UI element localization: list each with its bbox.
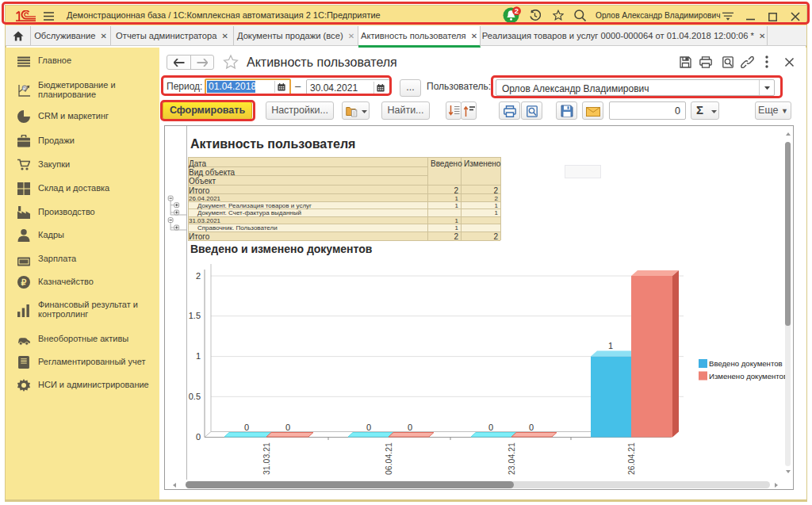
svg-text:0.5: 0.5: [189, 392, 201, 401]
svg-text:Изменено документов: Изменено документов: [709, 372, 787, 381]
svg-text:0: 0: [196, 432, 201, 442]
svg-text:2: 2: [196, 271, 201, 281]
svg-text:31.03.21: 31.03.21: [262, 442, 271, 475]
svg-text:1.5: 1.5: [189, 311, 201, 320]
svg-text:0: 0: [488, 423, 493, 432]
svg-text:₽: ₽: [21, 277, 27, 287]
svg-text:06.04.21: 06.04.21: [384, 442, 393, 475]
svg-text:1: 1: [608, 341, 613, 350]
svg-text:23.04.21: 23.04.21: [507, 442, 516, 475]
svg-text:2: 2: [515, 6, 519, 15]
svg-text:₽: ₽: [23, 86, 27, 91]
svg-text:0: 0: [366, 423, 371, 432]
svg-text:Введено документов: Введено документов: [709, 359, 783, 368]
svg-text:0: 0: [244, 423, 249, 432]
svg-text:26.04.21: 26.04.21: [626, 442, 636, 475]
svg-text:0: 0: [285, 423, 290, 432]
svg-text:1: 1: [196, 351, 201, 361]
svg-text:0: 0: [529, 423, 534, 432]
svg-text:0: 0: [408, 423, 412, 432]
